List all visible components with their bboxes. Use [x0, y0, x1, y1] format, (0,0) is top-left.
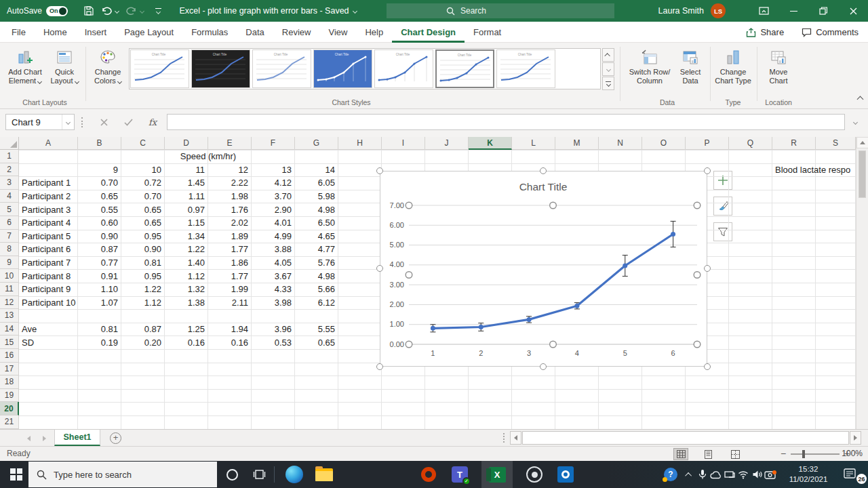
- select-all-corner[interactable]: [0, 137, 19, 150]
- cell-C15[interactable]: 0.20: [121, 336, 165, 349]
- cell-E10[interactable]: 1.77: [208, 269, 252, 283]
- cell-C11[interactable]: 1.22: [121, 283, 165, 296]
- column-header-I[interactable]: I: [382, 137, 425, 150]
- cell-F15[interactable]: 0.53: [252, 336, 295, 349]
- wifi-tray-icon[interactable]: [736, 461, 750, 488]
- cell-R2[interactable]: Blood lactate respo: [772, 163, 856, 177]
- cell-B12[interactable]: 1.07: [78, 296, 121, 310]
- move-chart-button[interactable]: Move Chart: [760, 46, 797, 96]
- data-point-marker[interactable]: [527, 317, 532, 322]
- cell-E2[interactable]: 12: [208, 163, 252, 177]
- cell-B8[interactable]: 0.87: [78, 243, 121, 256]
- change-chart-type-button[interactable]: Change Chart Type: [712, 46, 754, 96]
- cell-G5[interactable]: 4.98: [295, 203, 338, 216]
- cell-C3[interactable]: 0.72: [121, 176, 165, 190]
- cell-F7[interactable]: 4.99: [252, 230, 295, 243]
- cell-B10[interactable]: 0.91: [78, 269, 121, 283]
- zoom-out-button[interactable]: −: [778, 448, 788, 459]
- cell-A14[interactable]: Ave: [19, 323, 78, 336]
- gallery-more-button[interactable]: [602, 77, 614, 90]
- cell-E7[interactable]: 1.89: [208, 230, 252, 243]
- column-header-P[interactable]: P: [686, 137, 729, 150]
- chart-style-thumbnail-3[interactable]: Chart Title: [252, 49, 311, 88]
- change-colors-button[interactable]: Change Colors: [88, 46, 127, 96]
- start-button[interactable]: [0, 461, 33, 488]
- data-series-line[interactable]: [433, 234, 673, 328]
- row-header-3[interactable]: 3: [0, 176, 19, 190]
- help-tray-icon[interactable]: ?: [662, 461, 679, 488]
- row-header-8[interactable]: 8: [0, 243, 19, 256]
- cell-E4[interactable]: 1.98: [208, 190, 252, 203]
- cell-C4[interactable]: 0.70: [121, 190, 165, 203]
- row-header-12[interactable]: 12: [0, 296, 19, 310]
- document-title[interactable]: Excel - plot line graph with error bars …: [163, 0, 373, 22]
- row-header-9[interactable]: 9: [0, 256, 19, 270]
- cell-G2[interactable]: 14: [295, 163, 338, 177]
- quick-layout-button[interactable]: Quick Layout: [45, 46, 84, 96]
- cell-B14[interactable]: 0.81: [78, 323, 121, 336]
- snip-tray-icon[interactable]: [764, 461, 777, 488]
- cell-E15[interactable]: 0.16: [208, 336, 252, 349]
- zoom-slider-handle[interactable]: [802, 450, 805, 458]
- cell-B15[interactable]: 0.19: [78, 336, 121, 349]
- cell-C7[interactable]: 0.95: [121, 230, 165, 243]
- tab-insert[interactable]: Insert: [76, 22, 116, 43]
- cell-D9[interactable]: 1.40: [165, 256, 208, 270]
- cell-C6[interactable]: 0.65: [121, 216, 165, 230]
- chart-selection-handle[interactable]: [540, 167, 547, 174]
- cell-F10[interactable]: 3.67: [252, 269, 295, 283]
- row-header-18[interactable]: 18: [0, 375, 19, 389]
- screen-recorder-button[interactable]: [519, 461, 549, 488]
- cell-F2[interactable]: 13: [252, 163, 295, 177]
- cell-B6[interactable]: 0.60: [78, 216, 121, 230]
- cell-D2[interactable]: 11: [165, 163, 208, 177]
- cell-F12[interactable]: 3.98: [252, 296, 295, 310]
- cell-A4[interactable]: Participant 2: [19, 190, 78, 203]
- row-header-2[interactable]: 2: [0, 163, 19, 177]
- file-explorer-button[interactable]: [309, 461, 339, 488]
- tab-chart-design[interactable]: Chart Design: [392, 22, 465, 43]
- chart-selection-handle[interactable]: [376, 167, 383, 174]
- cell-E3[interactable]: 2.22: [208, 176, 252, 190]
- cell-G7[interactable]: 4.65: [295, 230, 338, 243]
- cell-D15[interactable]: 0.16: [165, 336, 208, 349]
- gallery-scroll-up-button[interactable]: [602, 48, 614, 62]
- cell-C9[interactable]: 0.81: [121, 256, 165, 270]
- zoom-level[interactable]: 100%: [842, 449, 863, 458]
- name-box-dropdown-icon[interactable]: [62, 115, 74, 129]
- row-header-10[interactable]: 10: [0, 269, 19, 283]
- cell-D7[interactable]: 1.34: [165, 230, 208, 243]
- office-button[interactable]: [414, 461, 443, 488]
- cell-E5[interactable]: 1.76: [208, 203, 252, 216]
- plot-area-handle[interactable]: [550, 341, 557, 348]
- chart-title[interactable]: Chart Title: [519, 181, 568, 192]
- chart-selection-handle[interactable]: [704, 167, 711, 174]
- column-header-L[interactable]: L: [512, 137, 555, 150]
- cell-F9[interactable]: 4.05: [252, 256, 295, 270]
- chart-elements-button[interactable]: [713, 171, 732, 190]
- cell-A8[interactable]: Participant 6: [19, 243, 78, 256]
- cell-G9[interactable]: 5.76: [295, 256, 338, 270]
- cell-G4[interactable]: 5.98: [295, 190, 338, 203]
- cell-G3[interactable]: 6.05: [295, 176, 338, 190]
- row-header-16[interactable]: 16: [0, 349, 19, 363]
- chart-style-thumbnail-4[interactable]: Chart Title: [313, 49, 372, 88]
- switch-row-column-button[interactable]: Switch Row/ Column: [627, 46, 672, 96]
- cell-D4[interactable]: 1.11: [165, 190, 208, 203]
- sheet-tab-sheet1[interactable]: Sheet1: [54, 430, 100, 446]
- tab-home[interactable]: Home: [35, 22, 76, 43]
- tab-page-layout[interactable]: Page Layout: [115, 22, 182, 43]
- cell-C12[interactable]: 1.12: [121, 296, 165, 310]
- tab-review[interactable]: Review: [273, 22, 320, 43]
- save-icon[interactable]: [80, 0, 98, 22]
- cell-B5[interactable]: 0.55: [78, 203, 121, 216]
- row-header-6[interactable]: 6: [0, 216, 19, 230]
- cell-F11[interactable]: 4.33: [252, 283, 295, 296]
- page-break-view-button[interactable]: [728, 448, 743, 460]
- add-chart-element-button[interactable]: Add Chart Element: [5, 46, 45, 96]
- gallery-scroll-down-button[interactable]: [602, 62, 614, 76]
- cell-A10[interactable]: Participant 8: [19, 269, 78, 283]
- horizontal-scrollbar[interactable]: [522, 431, 849, 445]
- chart-style-thumbnail-7[interactable]: Chart Title: [496, 49, 555, 88]
- data-point-marker[interactable]: [431, 326, 435, 331]
